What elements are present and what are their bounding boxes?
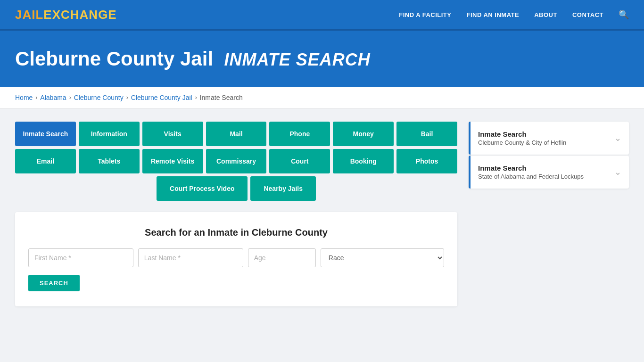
race-select[interactable]: Race White Black Hispanic Asian Other (321, 248, 444, 267)
page-title: Cleburne County Jail INMATE SEARCH (15, 48, 629, 70)
site-logo[interactable]: JAILEXCHANGE (15, 8, 117, 22)
nav-contact[interactable]: CONTACT (572, 11, 603, 18)
search-form-container: Search for an Inmate in Cleburne County … (15, 212, 457, 306)
sidebar-card-2-subtitle: State of Alabama and Federal Lockups (478, 173, 584, 180)
sidebar-card-2-title: Inmate Search (478, 164, 584, 172)
btn-inmate-search[interactable]: Inmate Search (15, 122, 76, 146)
site-header: JAILEXCHANGE FIND A FACILITY FIND AN INM… (0, 0, 644, 31)
breadcrumb-current: Inmate Search (200, 94, 243, 101)
breadcrumb-sep-2: › (69, 94, 71, 101)
btn-tablets[interactable]: Tablets (79, 149, 140, 173)
main-content: Inmate Search Information Visits Mail Ph… (0, 108, 644, 320)
search-form-fields: Race White Black Hispanic Asian Other (28, 248, 444, 267)
nav-about[interactable]: ABOUT (534, 11, 557, 18)
breadcrumb-bar: Home › Alabama › Cleburne County › Clebu… (0, 87, 644, 108)
btn-booking[interactable]: Booking (333, 149, 394, 173)
breadcrumb: Home › Alabama › Cleburne County › Clebu… (15, 94, 629, 101)
search-icon[interactable]: 🔍 (619, 9, 629, 20)
sidebar-card-2: Inmate Search State of Alabama and Feder… (469, 156, 629, 189)
btn-bail[interactable]: Bail (396, 122, 457, 146)
sidebar-card-1-text: Inmate Search Cleburne County & City of … (478, 130, 566, 146)
logo-accent: EXCHANGE (43, 8, 116, 22)
btn-phone[interactable]: Phone (269, 122, 330, 146)
right-sidebar: Inmate Search Cleburne County & City of … (469, 122, 629, 189)
search-button[interactable]: SEARCH (28, 275, 80, 291)
chevron-down-icon-2: ⌄ (614, 167, 621, 177)
last-name-input[interactable] (138, 248, 243, 267)
hero-title-sub: INMATE SEARCH (224, 50, 370, 69)
nav-buttons-row1: Inmate Search Information Visits Mail Ph… (15, 122, 457, 146)
breadcrumb-sep-3: › (126, 94, 128, 101)
breadcrumb-county[interactable]: Cleburne County (74, 94, 124, 101)
btn-nearby-jails[interactable]: Nearby Jails (250, 176, 316, 201)
nav-find-inmate[interactable]: FIND AN INMATE (466, 11, 519, 18)
logo-text: JAIL (15, 8, 43, 22)
sidebar-card-1-title: Inmate Search (478, 130, 566, 138)
breadcrumb-home[interactable]: Home (15, 94, 33, 101)
btn-email[interactable]: Email (15, 149, 76, 173)
btn-mail[interactable]: Mail (206, 122, 267, 146)
btn-court[interactable]: Court (269, 149, 330, 173)
breadcrumb-sep-1: › (35, 94, 37, 101)
btn-information[interactable]: Information (79, 122, 140, 146)
btn-remote-visits[interactable]: Remote Visits (142, 149, 203, 173)
search-form-title: Search for an Inmate in Cleburne County (28, 227, 444, 238)
breadcrumb-alabama[interactable]: Alabama (40, 94, 66, 101)
sidebar-card-1-inner[interactable]: Inmate Search Cleburne County & City of … (471, 122, 629, 155)
nav-buttons-row3: Court Process Video Nearby Jails (15, 176, 457, 201)
sidebar-card-2-inner[interactable]: Inmate Search State of Alabama and Feder… (471, 156, 629, 189)
btn-money[interactable]: Money (333, 122, 394, 146)
chevron-down-icon-1: ⌄ (614, 133, 621, 143)
hero-section: Cleburne County Jail INMATE SEARCH (0, 31, 644, 87)
breadcrumb-jail[interactable]: Cleburne County Jail (131, 94, 192, 101)
btn-court-process-video[interactable]: Court Process Video (157, 176, 248, 201)
nav-buttons-row2: Email Tablets Remote Visits Commissary C… (15, 149, 457, 173)
age-input[interactable] (248, 248, 316, 267)
sidebar-card-1: Inmate Search Cleburne County & City of … (469, 122, 629, 155)
first-name-input[interactable] (28, 248, 133, 267)
main-nav: FIND A FACILITY FIND AN INMATE ABOUT CON… (399, 9, 629, 20)
btn-commissary[interactable]: Commissary (206, 149, 267, 173)
sidebar-card-2-text: Inmate Search State of Alabama and Feder… (478, 164, 584, 180)
left-column: Inmate Search Information Visits Mail Ph… (15, 122, 457, 306)
btn-visits[interactable]: Visits (142, 122, 203, 146)
hero-title-main: Cleburne County Jail (15, 48, 213, 70)
sidebar-card-1-subtitle: Cleburne County & City of Heflin (478, 139, 566, 146)
btn-photos[interactable]: Photos (396, 149, 457, 173)
breadcrumb-sep-4: › (195, 94, 197, 101)
nav-find-facility[interactable]: FIND A FACILITY (399, 11, 451, 18)
